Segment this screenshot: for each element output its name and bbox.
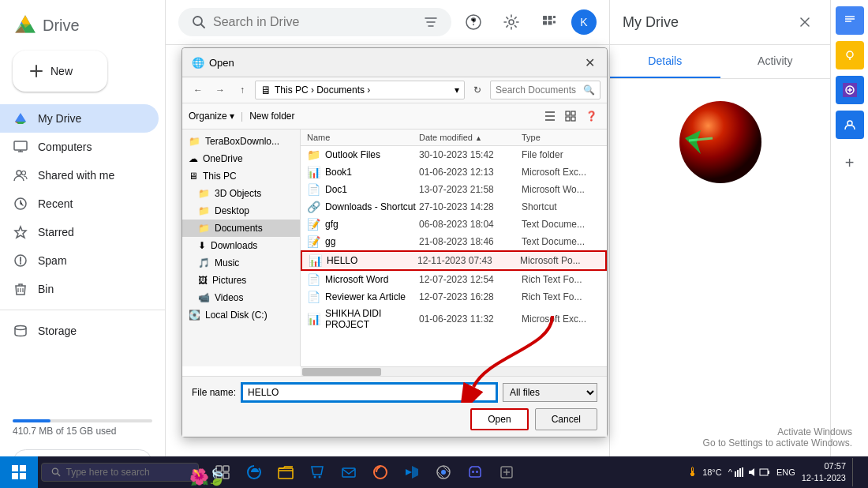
view-options-button[interactable]: ❓ [582, 107, 600, 126]
breadcrumb-bar[interactable]: 🖥 This PC › Documents › ▾ [255, 81, 465, 99]
add-quick-action-button[interactable]: + [836, 148, 864, 177]
user-avatar[interactable]: K [571, 9, 597, 35]
sidebar-onedrive[interactable]: ☁ OneDrive [182, 150, 300, 167]
search-input[interactable] [213, 15, 417, 29]
col-date-header[interactable]: Date modified ▲ [419, 133, 522, 142]
filter-icon[interactable] [423, 14, 439, 30]
sidebar-downloads[interactable]: ⬇ Downloads [182, 237, 300, 254]
open-button[interactable]: Open [470, 408, 528, 430]
chrome-icon [435, 464, 452, 481]
file-item-gg[interactable]: 📝gg 21-08-2023 18:46 Text Docume... [301, 233, 607, 250]
file-item-outlook[interactable]: 📁Outlook Files 30-10-2023 15:42 File fol… [301, 146, 607, 163]
file-item-hello[interactable]: 📊HELLO 12-11-2023 07:43 Microsoft Po... [301, 250, 607, 271]
sidebar-item-starred[interactable]: Starred [0, 218, 159, 246]
dialog-up-button[interactable]: ↑ [233, 81, 252, 99]
settings-button[interactable] [496, 6, 527, 38]
file-item-gfg[interactable]: 📝gfg 06-08-2023 18:04 Text Docume... [301, 216, 607, 233]
taskbar-firefox[interactable] [366, 458, 395, 486]
sidebar-item-computers[interactable]: Computers [0, 133, 159, 161]
taskbar-search-input[interactable] [66, 467, 189, 478]
right-panel-header: My Drive [610, 0, 830, 45]
organize-button[interactable]: Organize ▾ [189, 111, 234, 122]
expand-tray[interactable]: ^ [728, 467, 732, 477]
file-item-shikha[interactable]: 📊SHIKHA DIDI PROJECT 01-06-2023 11:32 Mi… [301, 306, 607, 332]
taskbar-search-bar[interactable] [41, 463, 199, 482]
taskbar-other[interactable] [492, 458, 521, 486]
taskbar-chrome[interactable] [429, 458, 458, 486]
taskbar-edge[interactable] [240, 458, 268, 486]
sidebar-pictures[interactable]: 🖼 Pictures [182, 272, 300, 289]
file-item-downloads-shortcut[interactable]: 🔗Downloads - Shortcut 27-10-2023 14:28 S… [301, 198, 607, 216]
sidebar-videos[interactable]: 📹 Videos [182, 289, 300, 306]
sidebar-item-bin[interactable]: Bin [0, 275, 159, 303]
sidebar-desktop[interactable]: 📁 Desktop [182, 202, 300, 220]
sidebar-music[interactable]: 🎵 Music [182, 254, 300, 272]
sidebar-terabox[interactable]: 📁 TeraBoxDownlo... [182, 133, 300, 150]
file-item-reviewer[interactable]: 📄Reviewer ka Article 12-07-2023 16:28 Ri… [301, 288, 607, 306]
sidebar-local-disk[interactable]: 💽 Local Disk (C:) [182, 306, 300, 324]
taskbar-discord[interactable] [461, 458, 489, 486]
sidebar-this-pc[interactable]: 🖥 This PC [182, 167, 300, 185]
activate-line1: Activate Windows [703, 426, 852, 437]
taskbar-task-view[interactable] [208, 458, 237, 486]
file-item-doc1[interactable]: 📄Doc1 13-07-2023 21:58 Microsoft Wo... [301, 181, 607, 198]
breadcrumb-dropdown[interactable]: ▾ [455, 84, 459, 96]
sidebar-3d-objects[interactable]: 📁 3D Objects [182, 185, 300, 202]
cancel-button[interactable]: Cancel [535, 408, 597, 430]
sidebar-label-starred: Starred [38, 226, 74, 238]
mail-icon [340, 464, 357, 481]
tab-details[interactable]: Details [610, 45, 720, 78]
filetype-select[interactable]: All files [503, 383, 597, 402]
help-button[interactable] [458, 6, 489, 38]
search-icon [191, 14, 207, 30]
new-folder-button[interactable]: New folder [249, 111, 294, 122]
view-grid-button[interactable] [561, 107, 580, 126]
col-type-header[interactable]: Type [522, 133, 600, 142]
dialog-forward-button[interactable]: → [211, 81, 230, 99]
dialog-search-icon: 🔍 [583, 84, 595, 96]
taskbar-mail[interactable] [335, 458, 363, 486]
sidebar-item-shared[interactable]: Shared with me [0, 161, 159, 190]
tab-activity[interactable]: Activity [720, 45, 831, 78]
dialog-search-input[interactable] [496, 84, 580, 96]
terabox-icon: 📁 [189, 136, 200, 147]
dialog-refresh-button[interactable]: ↻ [468, 81, 487, 99]
sidebar-item-spam[interactable]: Spam [0, 246, 159, 275]
taskbar-vscode[interactable] [398, 458, 426, 486]
file-item-book1[interactable]: 📊Book1 01-06-2023 12:13 Microsoft Exc... [301, 163, 607, 181]
svg-rect-30 [12, 465, 18, 471]
search-box[interactable]: 🔍 [490, 81, 600, 99]
sidebar-label-my-drive: My Drive [38, 112, 81, 125]
new-button-label: New [51, 65, 73, 77]
forms-action[interactable] [836, 76, 864, 104]
horizontal-scrollbar[interactable] [301, 366, 607, 376]
sidebar-label-recent: Recent [38, 197, 73, 210]
system-tray: 🌡 18°C [687, 465, 722, 479]
dialog-back-button[interactable]: ← [189, 81, 208, 99]
taskbar-start-button[interactable] [0, 456, 38, 488]
show-desktop-button[interactable] [852, 458, 859, 486]
open-file-dialog: 🌐 Open ✕ ← → ↑ 🖥 This PC › Documents › ▾… [181, 47, 608, 437]
videos-label: Videos [215, 292, 243, 303]
sphere-preview [673, 95, 768, 190]
apps-button[interactable] [533, 6, 565, 38]
docs-action[interactable] [836, 6, 864, 35]
sidebar-documents[interactable]: 📁 Documents [182, 220, 300, 237]
dialog-close-button[interactable]: ✕ [582, 54, 597, 70]
search-bar[interactable] [178, 8, 451, 36]
keep-action[interactable] [836, 41, 864, 69]
sidebar-item-storage[interactable]: Storage [0, 317, 159, 345]
sidebar-item-recent[interactable]: Recent [0, 190, 159, 218]
documents-icon: 📁 [198, 223, 210, 234]
sidebar-item-my-drive[interactable]: My Drive [0, 104, 159, 133]
taskbar-store[interactable] [303, 458, 331, 486]
col-name-header[interactable]: Name [307, 133, 419, 142]
rtf-icon: 📄 [307, 291, 320, 303]
taskbar-explorer[interactable] [271, 458, 300, 486]
filename-input[interactable] [242, 384, 496, 401]
view-list-button[interactable] [541, 107, 559, 126]
contacts-action[interactable] [836, 111, 864, 139]
new-button[interactable]: New [13, 51, 107, 92]
close-panel-button[interactable] [792, 9, 817, 35]
file-item-microsoft-word[interactable]: 📄Microsoft Word 12-07-2023 12:54 Rich Te… [301, 271, 607, 288]
